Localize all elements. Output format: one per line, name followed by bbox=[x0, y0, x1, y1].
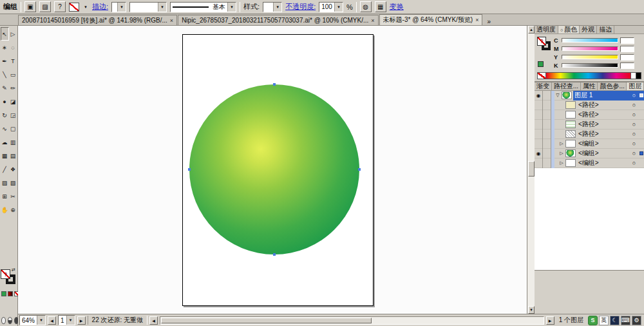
chevron-down-icon[interactable]: ▼ bbox=[37, 316, 45, 325]
anchor-top[interactable] bbox=[273, 83, 276, 86]
rectangle-tool[interactable]: ▭ bbox=[9, 68, 17, 81]
fill-dropdown-icon[interactable]: ▼ bbox=[82, 1, 89, 12]
layer-row-group[interactable]: ▷ <编组> ○ bbox=[535, 139, 644, 149]
visibility-toggle[interactable]: ◉ bbox=[535, 149, 543, 158]
opacity-link[interactable]: 不透明度: bbox=[285, 2, 316, 12]
visibility-toggle[interactable] bbox=[535, 120, 543, 129]
black-slider[interactable] bbox=[562, 63, 618, 68]
scroll-up-icon[interactable]: ▲ bbox=[528, 26, 535, 34]
zoom-tool[interactable]: ⊕ bbox=[9, 203, 17, 216]
yellow-value-field[interactable] bbox=[620, 54, 634, 61]
current-color-swatch[interactable] bbox=[538, 61, 544, 67]
target-icon[interactable]: ○ bbox=[630, 150, 638, 157]
document-tab-2[interactable]: Nipic_26785037_20180321175057703037.ai* … bbox=[178, 15, 378, 25]
close-icon[interactable]: × bbox=[371, 17, 374, 24]
layer-row-body[interactable]: <编组> ○ bbox=[577, 149, 644, 158]
paintbrush-tool[interactable]: ✎ bbox=[1, 81, 9, 95]
live-paint-bucket-tool[interactable]: ▨ bbox=[1, 176, 9, 189]
document-tab-3[interactable]: 未标题-3* @ 64% (CMYK/预览) × bbox=[379, 14, 483, 25]
scroll-right-icon[interactable]: ▶ bbox=[546, 316, 554, 325]
lock-toggle[interactable] bbox=[543, 120, 551, 129]
eyedropper-tool[interactable]: ╱ bbox=[1, 162, 9, 176]
visibility-toggle[interactable] bbox=[535, 158, 543, 168]
recolor-artwork-icon[interactable]: ◍ bbox=[360, 1, 372, 12]
scroll-down-icon[interactable]: ▼ bbox=[528, 306, 535, 314]
opacity-value[interactable]: 100 bbox=[319, 3, 334, 10]
align-icon[interactable]: ▦ bbox=[375, 1, 386, 12]
layer-thumbnail[interactable] bbox=[565, 130, 576, 138]
blend-tool[interactable]: ❖ bbox=[9, 162, 17, 176]
layer-thumbnail[interactable] bbox=[565, 101, 576, 109]
language-indicator[interactable]: 英 bbox=[599, 316, 609, 325]
fill-color-swatch[interactable] bbox=[69, 3, 79, 12]
scroll-left-icon[interactable]: ◀ bbox=[149, 316, 158, 325]
layer-thumbnail[interactable] bbox=[565, 140, 576, 148]
anchor-left[interactable] bbox=[188, 168, 191, 171]
anchor-right[interactable] bbox=[358, 168, 361, 171]
layer-thumbnail[interactable] bbox=[565, 149, 576, 157]
fill-proxy[interactable]: ? bbox=[1, 269, 10, 279]
magenta-value-field[interactable] bbox=[620, 46, 634, 52]
layer-name[interactable]: <路径> bbox=[577, 120, 630, 129]
keyboard-icon[interactable]: ⌨ bbox=[621, 316, 630, 325]
layer-name[interactable]: <编组> bbox=[577, 149, 630, 158]
white-swatch[interactable] bbox=[630, 73, 636, 79]
eraser-tool[interactable]: ◪ bbox=[9, 95, 17, 108]
tab-pathfinder[interactable]: 路径查... bbox=[552, 82, 581, 90]
magenta-slider[interactable] bbox=[562, 46, 618, 51]
brush-definition-combo[interactable]: 基本 ▼ bbox=[170, 2, 236, 12]
fill-proxy[interactable]: ? bbox=[537, 37, 546, 46]
layer-row-body[interactable]: <路径> ○ bbox=[577, 110, 644, 120]
cyan-value-field[interactable] bbox=[620, 37, 634, 44]
artboard-tool[interactable]: ⊞ bbox=[1, 189, 9, 203]
chevron-down-icon[interactable]: ▼ bbox=[158, 3, 166, 12]
graphic-style-icon[interactable]: ▨ bbox=[39, 1, 51, 12]
document-tab-1[interactable]: 2008710145016959 [转换].ai* @ 141.98% (RGB… bbox=[18, 15, 177, 25]
target-icon[interactable]: ○ bbox=[630, 140, 638, 147]
visibility-toggle[interactable] bbox=[535, 110, 543, 120]
cyan-slider[interactable] bbox=[562, 38, 618, 43]
chevron-down-icon[interactable]: ▼ bbox=[227, 3, 236, 12]
none-swatch[interactable] bbox=[538, 73, 546, 79]
lock-toggle[interactable] bbox=[543, 139, 551, 149]
layer-name[interactable]: <路径> bbox=[577, 129, 630, 139]
layer-name[interactable]: <路径> bbox=[577, 101, 630, 110]
lock-toggle[interactable] bbox=[543, 149, 551, 158]
layer-row-body[interactable]: <编组> ○ bbox=[577, 158, 644, 168]
target-icon[interactable]: ○ bbox=[630, 111, 638, 118]
layer-name[interactable]: <路径> bbox=[577, 110, 630, 119]
visibility-toggle[interactable] bbox=[535, 139, 543, 149]
blob-brush-tool[interactable]: ● bbox=[1, 95, 9, 108]
lasso-tool[interactable]: ◌ bbox=[9, 41, 17, 54]
gear-icon[interactable]: ⚙ bbox=[632, 316, 641, 325]
artboard-combo[interactable]: 1 ▼ bbox=[58, 315, 75, 325]
target-icon[interactable]: ○ bbox=[630, 131, 638, 137]
column-graph-tool[interactable]: ▥ bbox=[9, 135, 17, 149]
visibility-toggle[interactable] bbox=[535, 129, 543, 139]
pencil-tool[interactable]: ✏ bbox=[9, 81, 17, 95]
layer-row-body[interactable]: <路径> ○ bbox=[577, 129, 644, 139]
layer-name[interactable]: 图层 1 bbox=[573, 91, 630, 100]
layer-row-body[interactable]: <编组> ○ bbox=[577, 139, 644, 149]
layer-thumbnail[interactable] bbox=[565, 120, 576, 128]
selection-tool[interactable]: ↖ bbox=[1, 27, 9, 41]
pen-tool[interactable]: ✒ bbox=[1, 54, 9, 68]
color-mode-button[interactable] bbox=[1, 291, 6, 296]
tab-gradient[interactable]: 渐变 bbox=[535, 82, 552, 90]
lock-toggle[interactable] bbox=[543, 129, 551, 139]
live-paint-selection-tool[interactable]: ▧ bbox=[9, 176, 17, 189]
next-artboard-button[interactable]: ▶ bbox=[77, 316, 86, 325]
tab-color-guide[interactable]: 颜色参... bbox=[598, 82, 627, 90]
yellow-slider[interactable] bbox=[562, 55, 618, 59]
tab-stroke[interactable]: 描边 bbox=[597, 26, 614, 34]
direct-selection-tool[interactable]: ▷ bbox=[9, 27, 17, 41]
layer-row-body[interactable]: 图层 1 ○ bbox=[573, 91, 644, 101]
layer-thumbnail[interactable] bbox=[565, 111, 576, 119]
layer-row-group-selected[interactable]: ◉ ▷ <编组> ○ bbox=[535, 149, 644, 158]
tab-layers[interactable]: 图层 bbox=[627, 82, 644, 90]
vertical-scroll-thumb[interactable] bbox=[528, 161, 535, 177]
gradient-sphere-object[interactable] bbox=[189, 84, 359, 254]
appearance-icon[interactable]: ▣ bbox=[24, 1, 36, 12]
mesh-tool[interactable]: ▦ bbox=[1, 149, 9, 162]
line-segment-tool[interactable]: ╲ bbox=[1, 68, 9, 81]
